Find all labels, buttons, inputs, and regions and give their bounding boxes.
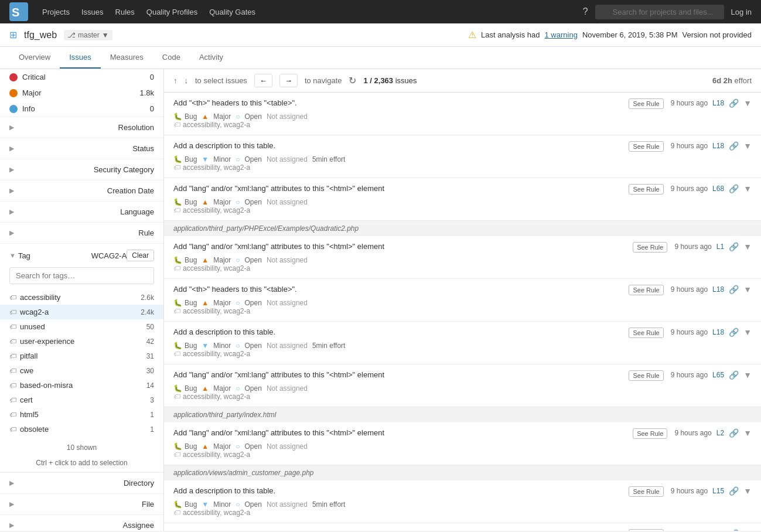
see-rule-button[interactable]: See Rule (629, 141, 663, 152)
branch-badge[interactable]: ⎇ master ▼ (64, 30, 112, 40)
tag-filter-header[interactable]: ▼ Tag WCAG2-A Clear (0, 244, 163, 264)
link-icon[interactable]: 🔗 (729, 486, 739, 496)
table-row[interactable]: Add "lang" and/or "xml:lang" attributes … (164, 178, 761, 221)
issue-tags: 🏷 accessibility, wcag2-a (173, 307, 752, 315)
nav-prev-button[interactable]: ← (254, 74, 272, 87)
see-rule-button[interactable]: See Rule (633, 242, 667, 253)
filter-directory-header[interactable]: ▶ Directory (0, 473, 163, 493)
tab-issues[interactable]: Issues (60, 47, 101, 69)
nav-quality-gates[interactable]: Quality Gates (209, 8, 255, 16)
issue-severity: Major (213, 112, 231, 121)
issue-type: 🐛 Bug (173, 299, 197, 307)
link-icon[interactable]: 🔗 (729, 184, 739, 193)
tab-activity[interactable]: Activity (190, 47, 233, 69)
logo[interactable]: S (9, 2, 28, 21)
issue-tags-text: accessibility, wcag2-a (183, 350, 250, 358)
link-icon[interactable]: 🔗 (729, 285, 739, 294)
filter-icon[interactable]: ▼ (743, 242, 752, 251)
bug-icon: 🐛 (173, 299, 182, 307)
tag-label-pitfall: pitfall (20, 352, 37, 360)
tab-code[interactable]: Code (153, 47, 190, 69)
filter-icon[interactable]: ▼ (743, 529, 752, 531)
issue-top: Add "lang" and/or "xml:lang" attributes … (173, 242, 752, 253)
tab-overview[interactable]: Overview (9, 47, 60, 69)
see-rule-button[interactable]: See Rule (629, 184, 663, 195)
nav-rules[interactable]: Rules (115, 8, 135, 16)
filter-icon[interactable]: ▼ (743, 98, 752, 108)
filter-assignee-header[interactable]: ▶ Assignee (0, 515, 163, 531)
filter-icon[interactable]: ▼ (743, 370, 752, 380)
filter-creation-header[interactable]: ▶ Creation Date (0, 180, 163, 201)
table-row[interactable]: Add a description to this table. See Rul… (164, 480, 761, 523)
tag-pitfall[interactable]: 🏷 pitfall 31 (0, 349, 163, 363)
filter-security-header[interactable]: ▶ Security Category (0, 159, 163, 180)
table-row[interactable]: Add either an 'id' or a 'scope' attribut… (164, 523, 761, 531)
issue-tags-text: accessibility, wcag2-a (183, 509, 250, 517)
security-label: Security Category (94, 165, 154, 174)
link-icon[interactable]: 🔗 (729, 328, 739, 337)
clear-tag-button[interactable]: Clear (127, 250, 154, 261)
login-link[interactable]: Log in (731, 8, 752, 16)
see-rule-button[interactable]: See Rule (629, 328, 663, 338)
link-icon[interactable]: 🔗 (729, 98, 739, 108)
issue-tags: 🏷 accessibility, wcag2-a (173, 350, 752, 358)
link-icon[interactable]: 🔗 (729, 370, 739, 380)
filter-status-header[interactable]: ▶ Status (0, 138, 163, 159)
table-row[interactable]: Add "<th>" headers to this "<table>". Se… (164, 93, 761, 135)
nav-issues[interactable]: Issues (81, 8, 104, 16)
filter-resolution-header[interactable]: ▶ Resolution (0, 117, 163, 138)
issue-type: 🐛 Bug (173, 384, 197, 393)
filter-file-header[interactable]: ▶ File (0, 494, 163, 514)
issue-status: Open (245, 299, 262, 307)
see-rule-button[interactable]: See Rule (633, 428, 667, 439)
tag-cert[interactable]: 🏷 cert 3 (0, 393, 163, 407)
filter-rule-header[interactable]: ▶ Rule (0, 223, 163, 243)
tag-unused[interactable]: 🏷 unused 50 (0, 319, 163, 334)
table-row[interactable]: Add "lang" and/or "xml:lang" attributes … (164, 422, 761, 465)
warning-link[interactable]: 1 warning (545, 30, 578, 39)
filter-language-header[interactable]: ▶ Language (0, 202, 163, 222)
filter-icon[interactable]: ▼ (743, 486, 752, 496)
issue-line: L18 (712, 530, 724, 531)
table-row[interactable]: Add a description to this table. See Rul… (164, 135, 761, 178)
table-row[interactable]: Add "lang" and/or "xml:lang" attributes … (164, 364, 761, 407)
select-down-icon[interactable]: ↓ (185, 76, 189, 85)
nav-next-button[interactable]: → (279, 74, 298, 87)
select-up-icon[interactable]: ↑ (173, 76, 178, 85)
tag-html5[interactable]: 🏷 html5 1 (0, 407, 163, 422)
tabs: Overview Issues Measures Code Activity (0, 47, 761, 69)
tags-icon: 🏷 (173, 307, 180, 315)
tab-measures[interactable]: Measures (101, 47, 153, 69)
table-row[interactable]: Add a description to this table. See Rul… (164, 322, 761, 364)
link-icon[interactable]: 🔗 (729, 141, 739, 151)
tag-user-experience[interactable]: 🏷 user-experience 42 (0, 334, 163, 349)
filter-icon[interactable]: ▼ (743, 141, 752, 151)
table-row[interactable]: Add "<th>" headers to this "<table>". Se… (164, 279, 761, 322)
tag-wcag2a[interactable]: 🏷 wcag2-a 2.4k (0, 305, 163, 319)
filter-icon[interactable]: ▼ (743, 285, 752, 294)
nav-projects[interactable]: Projects (42, 8, 70, 16)
tag-based-on-misra[interactable]: 🏷 based-on-misra 14 (0, 378, 163, 393)
link-icon[interactable]: 🔗 (729, 428, 739, 438)
see-rule-button[interactable]: See Rule (629, 370, 663, 381)
see-rule-button[interactable]: See Rule (629, 285, 663, 295)
filter-icon[interactable]: ▼ (743, 428, 752, 438)
tag-obsolete[interactable]: 🏷 obsolete 1 (0, 422, 163, 436)
filter-icon[interactable]: ▼ (743, 328, 752, 337)
refresh-icon[interactable]: ↻ (349, 75, 356, 86)
project-name[interactable]: tfg_web (24, 30, 57, 40)
help-button[interactable]: ? (583, 6, 588, 17)
link-icon[interactable]: 🔗 (729, 242, 739, 251)
see-rule-button[interactable]: See Rule (629, 486, 663, 497)
see-rule-button[interactable]: See Rule (629, 529, 663, 531)
search-tags-input[interactable] (9, 267, 154, 284)
filter-icon[interactable]: ▼ (743, 184, 752, 193)
tag-cwe[interactable]: 🏷 cwe 30 (0, 363, 163, 378)
see-rule-button[interactable]: See Rule (629, 98, 663, 109)
nav-quality-profiles[interactable]: Quality Profiles (146, 8, 197, 16)
table-row[interactable]: Add "lang" and/or "xml:lang" attributes … (164, 236, 761, 279)
search-input[interactable] (595, 5, 724, 19)
issue-top: Add "lang" and/or "xml:lang" attributes … (173, 184, 752, 195)
link-icon[interactable]: 🔗 (729, 529, 739, 531)
tag-accessibility[interactable]: 🏷 accessibility 2.6k (0, 290, 163, 305)
